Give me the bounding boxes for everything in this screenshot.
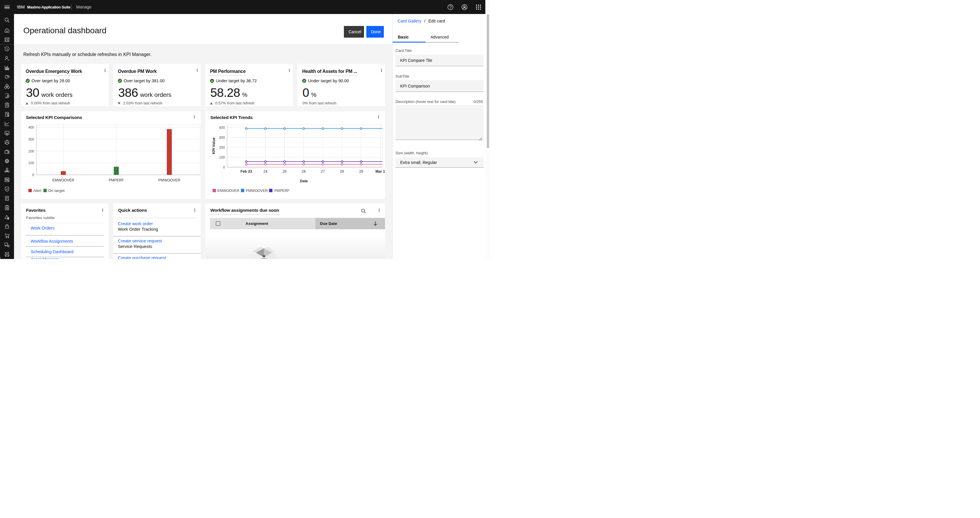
- svg-text:Alert: Alert: [33, 188, 41, 193]
- svg-text:24: 24: [263, 170, 267, 173]
- svg-text:28: 28: [340, 170, 344, 173]
- svg-text:26: 26: [302, 170, 305, 173]
- svg-text:25: 25: [283, 170, 287, 173]
- svg-text:29: 29: [359, 170, 363, 173]
- svg-text:200: 200: [28, 149, 34, 153]
- svg-text:400: 400: [28, 126, 34, 129]
- svg-text:0: 0: [32, 173, 34, 177]
- svg-text:400: 400: [219, 126, 225, 130]
- svg-text:On target: On target: [48, 188, 65, 193]
- svg-text:PMPERF: PMPERF: [109, 178, 124, 182]
- svg-text:KPI Value: KPI Value: [212, 137, 216, 154]
- svg-text:EMWOOVER: EMWOOVER: [217, 189, 239, 193]
- svg-text:100: 100: [28, 161, 34, 165]
- svg-text:EMWOOVER: EMWOOVER: [52, 178, 75, 182]
- svg-text:200: 200: [219, 146, 225, 149]
- svg-text:0: 0: [223, 165, 225, 170]
- svg-text:100: 100: [219, 156, 225, 159]
- svg-text:Feb 23: Feb 23: [240, 170, 252, 173]
- svg-text:PMWOOVER: PMWOOVER: [158, 178, 181, 182]
- svg-text:300: 300: [219, 136, 225, 140]
- svg-text:PMPERF: PMPERF: [274, 189, 290, 193]
- svg-text:300: 300: [28, 137, 34, 141]
- svg-text:27: 27: [321, 170, 325, 173]
- svg-text:PMWOOVER: PMWOOVER: [246, 189, 268, 193]
- svg-text:Mar 1: Mar 1: [375, 170, 385, 173]
- svg-text:Date: Date: [300, 179, 308, 183]
